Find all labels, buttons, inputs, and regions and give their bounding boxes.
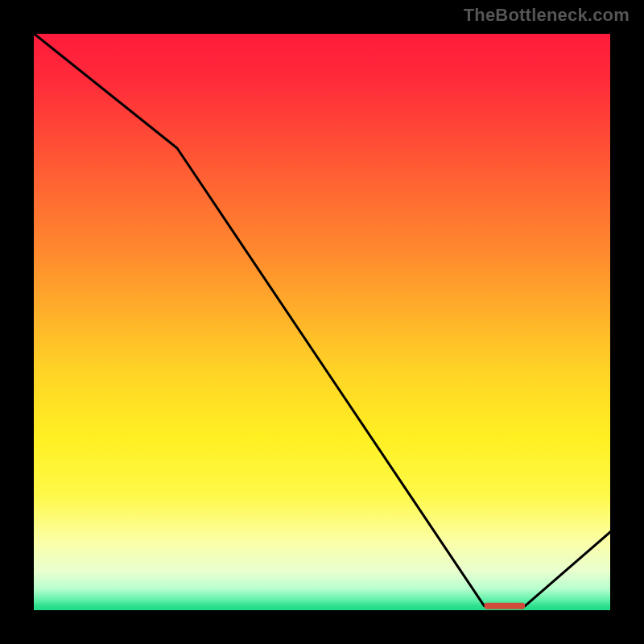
gradient-plot-area	[32, 32, 612, 612]
chart-title	[0, 0, 1, 1]
chart-ylabel	[0, 0, 1, 1]
chart-container: TheBottleneck.com	[0, 0, 644, 644]
watermark-text: TheBottleneck.com	[464, 5, 630, 26]
marker-label	[0, 0, 1, 1]
chart-xlabel	[0, 0, 1, 1]
